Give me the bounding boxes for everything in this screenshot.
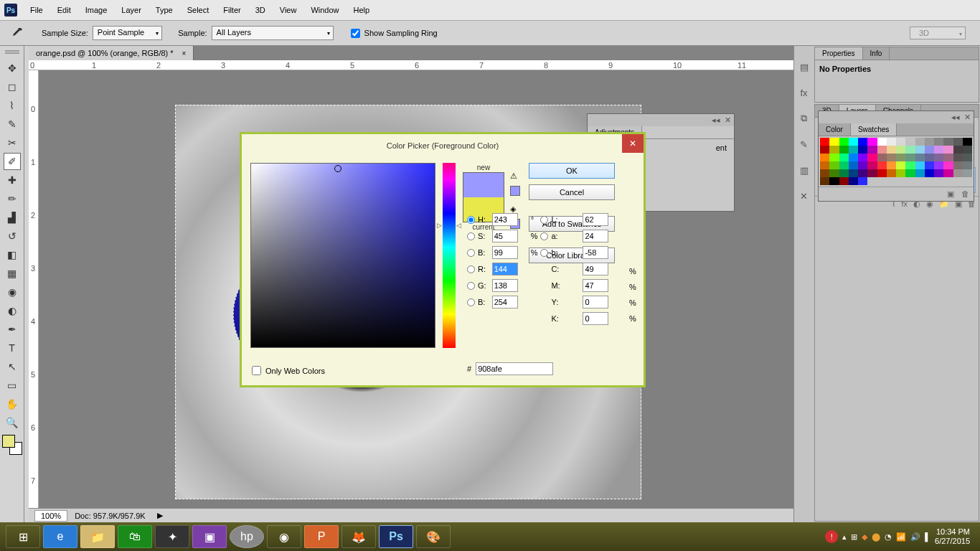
swatch[interactable] <box>953 154 963 161</box>
cancel-button[interactable]: Cancel <box>529 184 615 200</box>
swatch[interactable] <box>887 177 896 185</box>
app2-icon[interactable]: ▣ <box>192 525 227 548</box>
close-tab-icon[interactable]: × <box>182 50 187 57</box>
dialog-close-button[interactable]: ✕ <box>622 134 644 153</box>
swatch[interactable] <box>877 146 887 154</box>
swatch[interactable] <box>925 169 934 177</box>
marquee-tool[interactable]: ◻ <box>4 78 21 95</box>
panel-close-icon[interactable]: ✕ <box>725 116 731 125</box>
swatch[interactable] <box>934 146 943 154</box>
swatch[interactable] <box>849 177 858 185</box>
swatch[interactable] <box>887 154 896 161</box>
info-tab[interactable]: Info <box>863 47 890 60</box>
swatch[interactable] <box>877 154 887 161</box>
hp-icon[interactable]: hp <box>230 525 264 548</box>
radio-l[interactable] <box>540 216 548 224</box>
swatch[interactable] <box>896 138 905 146</box>
hex-input[interactable] <box>476 362 553 375</box>
swatch[interactable] <box>867 169 877 177</box>
color-tab[interactable]: Color <box>819 123 851 136</box>
dodge-tool[interactable]: ◐ <box>4 302 21 319</box>
swatch[interactable] <box>829 169 839 177</box>
app-icon[interactable]: ✦ <box>155 525 189 548</box>
swatch[interactable] <box>829 161 839 169</box>
swatch[interactable] <box>925 154 934 161</box>
history-brush-tool[interactable]: ↺ <box>4 227 21 245</box>
gradient-tool[interactable]: ▦ <box>4 265 21 282</box>
radio-h[interactable] <box>467 216 475 224</box>
swatch[interactable] <box>867 161 877 169</box>
swatch[interactable] <box>877 138 887 146</box>
swatch[interactable] <box>953 177 963 185</box>
swatch[interactable] <box>963 169 972 177</box>
swatch[interactable] <box>877 177 887 185</box>
swatch[interactable] <box>943 169 953 177</box>
swatch[interactable] <box>887 169 896 177</box>
swatch[interactable] <box>867 146 877 154</box>
firefox-icon[interactable]: 🦊 <box>341 525 376 548</box>
eyedropper-tool[interactable]: ✐ <box>4 153 21 170</box>
swatch[interactable] <box>829 177 839 185</box>
zoom-level[interactable]: 100% <box>34 510 67 522</box>
swatch[interactable] <box>867 177 877 185</box>
swatch[interactable] <box>858 161 867 169</box>
swatch[interactable] <box>905 138 915 146</box>
swatch[interactable] <box>896 161 905 169</box>
swatches-tab[interactable]: Swatches <box>851 123 897 136</box>
swatch[interactable] <box>839 154 849 161</box>
swatch[interactable] <box>953 161 963 169</box>
g-input[interactable] <box>492 279 518 292</box>
tray-icon3[interactable]: ⬤ <box>872 532 880 542</box>
foreground-background-colors[interactable] <box>2 435 22 455</box>
crop-tool[interactable]: ✂ <box>4 134 21 151</box>
swatch[interactable] <box>820 169 829 177</box>
swatch[interactable] <box>963 161 972 169</box>
swatch[interactable] <box>963 177 972 185</box>
ok-button[interactable]: OK <box>529 163 615 179</box>
panel-collapse-icon[interactable]: ◂◂ <box>951 113 960 122</box>
swatch[interactable] <box>925 177 934 185</box>
swatch[interactable] <box>820 154 829 161</box>
swatch[interactable] <box>943 138 953 146</box>
bb2-input[interactable] <box>492 296 518 309</box>
menu-select[interactable]: Select <box>180 3 217 17</box>
swatch[interactable] <box>896 154 905 161</box>
swatch[interactable] <box>905 169 915 177</box>
sample-size-dropdown[interactable]: Point Sample▾ <box>93 26 162 40</box>
radio-a[interactable] <box>540 232 548 240</box>
swatch[interactable] <box>849 169 858 177</box>
menu-window[interactable]: Window <box>303 3 346 17</box>
swatch[interactable] <box>953 138 963 146</box>
swatch[interactable] <box>934 154 943 161</box>
swatch[interactable] <box>953 169 963 177</box>
swatch[interactable] <box>858 169 867 177</box>
alert-icon[interactable]: ! <box>825 530 838 543</box>
photoshop-taskbar-icon[interactable]: Ps <box>379 525 413 548</box>
sv-cursor[interactable] <box>334 165 341 172</box>
menu-layer[interactable]: Layer <box>114 3 149 17</box>
swatch[interactable] <box>877 169 887 177</box>
toolbox-grip[interactable] <box>5 50 19 56</box>
menu-file[interactable]: File <box>23 3 50 17</box>
menu-type[interactable]: Type <box>149 3 180 17</box>
swatch[interactable] <box>867 154 877 161</box>
brush-tool[interactable]: ✏ <box>4 190 21 207</box>
new-swatch-icon[interactable]: ▣ <box>947 189 954 199</box>
swatch[interactable] <box>858 146 867 154</box>
k-input[interactable] <box>583 312 608 325</box>
clone-source-icon[interactable]: ▥ <box>798 164 811 176</box>
swatch[interactable] <box>829 154 839 161</box>
swatch[interactable] <box>887 146 896 154</box>
zoom-tool[interactable]: 🔍 <box>4 414 21 431</box>
hand-tool[interactable]: ✋ <box>4 395 21 413</box>
history-icon[interactable]: ▤ <box>798 60 811 73</box>
swatch[interactable] <box>839 138 849 146</box>
gamut-warning-icon[interactable]: ⚠ <box>510 171 520 182</box>
swatch[interactable] <box>839 161 849 169</box>
tool-presets-icon[interactable]: ✕ <box>798 189 811 202</box>
type-tool[interactable]: T <box>4 339 21 357</box>
wifi-icon[interactable]: 📶 <box>896 532 906 542</box>
swatch[interactable] <box>858 154 867 161</box>
swatch[interactable] <box>896 169 905 177</box>
eraser-tool[interactable]: ◧ <box>4 246 21 263</box>
